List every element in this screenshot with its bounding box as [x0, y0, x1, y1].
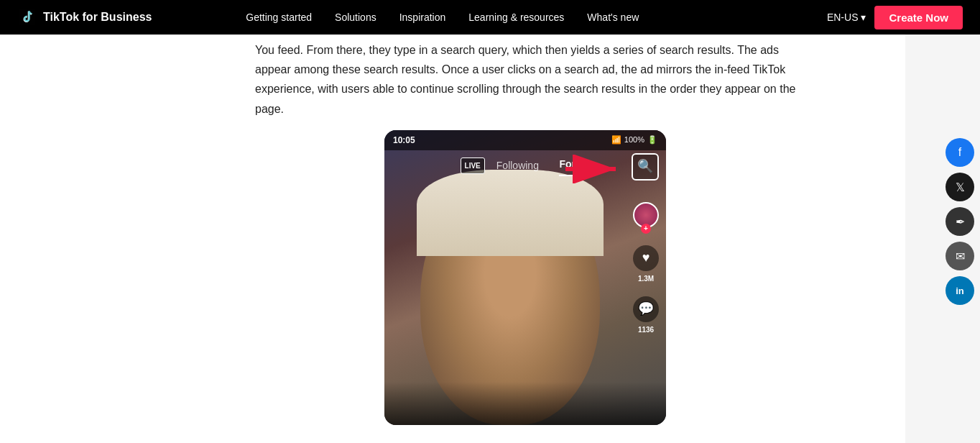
- phone-following-tab[interactable]: Following: [496, 157, 539, 175]
- phone-screenshot: 10:05 📶 100% 🔋 LIVE Following For Yo: [384, 130, 666, 425]
- battery-text: 100%: [624, 133, 644, 147]
- language-selector[interactable]: EN-US ▾: [827, 12, 866, 23]
- nav-whats-new[interactable]: What's new: [587, 12, 639, 23]
- phone-time: 10:05: [393, 133, 415, 147]
- comment-icon[interactable]: 💬: [633, 296, 659, 322]
- logo[interactable]: TikTok for Business: [17, 7, 152, 27]
- email-icon: ✉: [956, 250, 965, 263]
- facebook-icon: f: [958, 146, 961, 159]
- comment-count: 1136: [638, 324, 654, 336]
- like-count: 1.3M: [638, 273, 654, 285]
- wifi-icon: 📶: [611, 133, 621, 147]
- comment-group: 💬 1136: [633, 296, 659, 336]
- logo-text: TikTok for Business: [43, 11, 152, 24]
- phone-bottom-overlay: [384, 382, 666, 425]
- chevron-down-icon: ▾: [861, 12, 866, 23]
- tiktok-logo-icon: [17, 7, 37, 27]
- like-group: ♥ 1.3M: [633, 245, 659, 285]
- tab-separator: [547, 156, 550, 175]
- red-arrow: [565, 155, 630, 189]
- email-share-button[interactable]: ✉: [946, 242, 974, 270]
- phone-sidebar: + ♥ 1.3M 💬 1136: [633, 202, 659, 336]
- phone-screenshot-container: 10:05 📶 100% 🔋 LIVE Following For Yo: [384, 130, 672, 425]
- phone-status-bar: 10:05 📶 100% 🔋: [384, 130, 666, 150]
- facebook-share-button[interactable]: f: [946, 138, 974, 167]
- battery-icon: 🔋: [647, 133, 657, 147]
- nav-solutions[interactable]: Solutions: [335, 12, 376, 23]
- linkedin-share-button[interactable]: in: [946, 276, 974, 305]
- create-now-button[interactable]: Create Now: [874, 6, 963, 29]
- nav-links: Getting started Solutions Inspiration Le…: [246, 12, 639, 23]
- link-icon: ✒: [956, 215, 965, 229]
- phone-live-badge: LIVE: [461, 157, 485, 174]
- article-text: You feed. From there, they type in a sea…: [255, 40, 801, 425]
- link-copy-button[interactable]: ✒: [946, 207, 974, 236]
- twitter-share-button[interactable]: 𝕏: [946, 173, 974, 201]
- social-sidebar: f 𝕏 ✒ ✉ in: [940, 132, 980, 311]
- article-paragraph: You feed. From there, they type in a sea…: [255, 40, 801, 119]
- avatar-container: +: [633, 202, 659, 228]
- like-icon[interactable]: ♥: [633, 245, 659, 271]
- navbar: TikTok for Business Getting started Solu…: [0, 0, 980, 35]
- search-icon: 🔍: [637, 155, 653, 178]
- nav-right: EN-US ▾ Create Now: [827, 6, 963, 29]
- phone-status-icons: 📶 100% 🔋: [611, 133, 657, 147]
- phone-search-button[interactable]: 🔍: [632, 153, 659, 181]
- twitter-icon: 𝕏: [956, 181, 965, 194]
- main-content: You feed. From there, they type in a sea…: [0, 35, 980, 443]
- follow-plus-icon: +: [641, 224, 651, 234]
- linkedin-icon: in: [956, 286, 964, 296]
- article-section: You feed. From there, they type in a sea…: [0, 35, 905, 443]
- nav-getting-started[interactable]: Getting started: [246, 12, 312, 23]
- nav-learning-resources[interactable]: Learning & resources: [468, 12, 564, 23]
- nav-inspiration[interactable]: Inspiration: [399, 12, 446, 23]
